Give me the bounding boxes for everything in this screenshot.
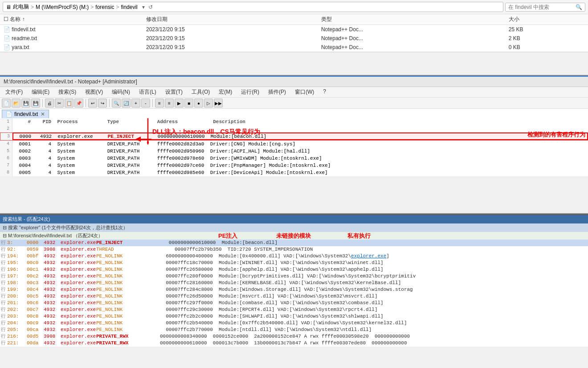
result-row[interactable]: 行 194: 00bf 4932 explorer.exe PE_NOLINK … [0, 253, 588, 260]
result-row[interactable]: 行 196: 00c1 4932 explorer.exe PE_NOLINK … [0, 266, 588, 273]
toolbar-new[interactable]: 📄 [2, 99, 11, 108]
toolbar-stop[interactable]: ■ [184, 99, 193, 108]
menu-item[interactable]: 语言(L) [137, 88, 158, 96]
toolbar-saveall[interactable]: 💾 [31, 99, 40, 108]
file-table-row[interactable]: 📄 yara.txt 2023/12/20 9:15 Notepad++ Doc… [0, 43, 588, 52]
menu-item[interactable]: 工具(O) [190, 88, 212, 96]
file-table-row[interactable]: 📄 readme.txt 2023/12/20 9:15 Notepad++ D… [0, 34, 588, 43]
menu-item[interactable]: 编辑(E) [30, 88, 51, 96]
toolbar-indent[interactable]: ≡ [155, 99, 164, 108]
code-line: 6 0003 4 System DRIVER_PATH ffffe0002d97… [0, 155, 588, 162]
file-icon: 📄 [4, 26, 10, 33]
result-num2: 00c8 [27, 313, 44, 320]
col-name[interactable]: ☐ 名称 ↑ [0, 14, 143, 25]
col-date[interactable]: 修改日期 [143, 14, 318, 25]
tree-expand-icon2[interactable]: ⊟ [3, 233, 7, 238]
result-row[interactable]: 行 197: 00c2 4932 explorer.exe PE_NOLINK … [0, 273, 588, 280]
result-row[interactable]: 行 203: 00c8 4932 explorer.exe PE_NOLINK … [0, 313, 588, 320]
result-row[interactable]: 行 198: 00c3 4932 explorer.exe PE_NOLINK … [0, 280, 588, 286]
checkbox-icon[interactable]: ☐ [4, 16, 8, 22]
breadcrumb-findevil[interactable]: findevil [121, 4, 137, 10]
toolbar-print[interactable]: 🖨 [45, 99, 54, 108]
col-size[interactable]: 大小 [505, 14, 588, 25]
search-icon[interactable]: 🔍 [576, 4, 582, 10]
line-number: 7 [0, 162, 12, 169]
result-row[interactable]: 行 199: 00c4 4932 explorer.exe PE_NOLINK … [0, 286, 588, 293]
main-layout: 🖥 此电脑 > M (\\MemProcFS) (M:) > forensic … [0, 0, 588, 368]
line-content: 0001 4 System DRIVER_PATH ffffe0002d82d3… [12, 141, 295, 148]
result-rest: 0000000000610000 Module:[beacon.dll] [145, 240, 587, 246]
breadcrumb-refresh[interactable]: ↺ [148, 4, 153, 10]
menu-item[interactable]: 运行(R) [239, 88, 261, 96]
toolbar-find[interactable]: 🔍 [112, 99, 121, 108]
result-row[interactable]: 行 200: 00c5 4932 explorer.exe PE_NOLINK … [0, 293, 588, 300]
toolbar-save[interactable]: 💾 [21, 99, 30, 108]
toolbar-cut[interactable]: ✂ [55, 99, 64, 108]
toolbar-zoomin[interactable]: + [131, 99, 140, 108]
toolbar-more[interactable]: ▶▶ [214, 99, 223, 108]
toolbar-indent2[interactable]: ≡ [165, 99, 174, 108]
result-process: explorer.exe [61, 273, 96, 280]
toolbar-copy[interactable]: 📋 [65, 99, 74, 108]
breadcrumb[interactable]: 🖥 此电脑 > M (\\MemProcFS) (M:) > forensic … [3, 2, 503, 12]
result-linenum: 197: [7, 273, 27, 280]
result-row[interactable]: 行 195: 00c0 4932 explorer.exe PE_NOLINK … [0, 260, 588, 266]
menu-item[interactable]: 文件(F) [4, 88, 24, 96]
result-row[interactable]: 行 3: 0000 4932 explorer.exe PE_INJECT 00… [0, 240, 588, 246]
search-input[interactable] [508, 4, 576, 10]
file-type-cell: Notepad++ Doc... [318, 25, 505, 34]
result-type: PE_NOLINK [96, 300, 145, 306]
col-type[interactable]: 类型 [318, 14, 505, 25]
menu-item[interactable]: 编码(N) [110, 88, 132, 96]
toolbar-play[interactable]: ▷ [204, 99, 213, 108]
menu-item[interactable]: 宏(M) [217, 88, 234, 96]
search-box[interactable]: 🔍 [505, 3, 585, 12]
result-type: PE_NOLINK [96, 280, 145, 286]
result-row[interactable]: 行 205: 00ca 4932 explorer.exe PE_NOLINK … [0, 327, 588, 333]
toolbar-rec[interactable]: ● [194, 99, 203, 108]
line-content: 0003 4 System DRIVER_PATH ffffe0002d978e… [12, 155, 322, 162]
breadcrumb-forensic[interactable]: forensic [95, 4, 114, 10]
menu-item[interactable]: 设置(T) [163, 88, 184, 96]
search-results-section: 搜索结果 - (匹配24次) ⊟ 搜索 "explorer" (1个文件中匹配到… [0, 214, 588, 368]
menu-item[interactable]: ? [321, 88, 328, 96]
toolbar-undo[interactable]: ↩ [88, 99, 97, 108]
toolbar-sep1 [42, 99, 43, 107]
menu-item[interactable]: 窗口(W) [293, 88, 316, 96]
breadcrumb-dropdown[interactable]: ▾ [142, 4, 145, 10]
toolbar-paste[interactable]: 📌 [74, 99, 83, 108]
tab-close-button[interactable]: ✕ [41, 111, 45, 117]
result-row[interactable]: 行 204: 00c9 4932 explorer.exe PE_NOLINK … [0, 320, 588, 327]
line-content: 0002 4 System DRIVER_PATH ffffe0002d9509… [12, 148, 310, 155]
result-rest: 00007ffc280f0000 Module:[bcryptPrimitive… [145, 273, 587, 280]
result-linenum: 194: [7, 253, 27, 260]
result-row[interactable]: 行 221: 00da 4932 explorer.exe PRIVATE_RW… [0, 340, 588, 347]
notepad-tab[interactable]: 📄 findevil.txt ✕ [2, 110, 49, 118]
toolbar-replace[interactable]: 🔄 [122, 99, 131, 108]
breadcrumb-m[interactable]: M (\\MemProcFS) (M:) [36, 4, 89, 10]
line-content: 0004 4 System DRIVER_PATH ffffe0002d97ce… [12, 162, 331, 169]
result-type: PE_NOLINK [96, 260, 145, 266]
toolbar-zoomout[interactable]: - [141, 99, 150, 108]
result-row[interactable]: 行 202: 00c7 4932 explorer.exe PE_NOLINK … [0, 306, 588, 313]
menu-item[interactable]: 搜索(S) [57, 88, 78, 96]
result-row[interactable]: 行 92: 0059 3908 explorer.exe THREAD 0000… [0, 246, 588, 253]
tree-expand-icon[interactable]: ⊟ [3, 225, 7, 230]
result-process: explorer.exe [61, 327, 96, 333]
toolbar-run[interactable]: ▶ [175, 99, 184, 108]
result-rest: 00007ffc29c30000 Module:[RPCRT4.dll] VAD… [145, 306, 587, 313]
result-row[interactable]: 行 216: 00d5 3908 explorer.exe PRIVATE_RW… [0, 333, 588, 340]
menu-item[interactable]: 视图(V) [83, 88, 105, 96]
result-num2: 00da [27, 340, 44, 347]
breadcrumb-pc[interactable]: 此电脑 [13, 3, 29, 11]
result-prefix: 行 [1, 340, 7, 347]
file-table-row[interactable]: 📄 findevil.txt 2023/12/20 9:15 Notepad++… [0, 25, 588, 34]
result-row[interactable]: 行 201: 00c6 4932 explorer.exe PE_NOLINK … [0, 300, 588, 306]
result-type: PE_NOLINK [96, 327, 145, 333]
toolbar-redo[interactable]: ↪ [98, 99, 107, 108]
menu-item[interactable]: 插件(P) [266, 88, 288, 96]
search-results-subheader: ⊟ 搜索 "explorer" (1个文件中匹配到24次，总计查找1次） [0, 223, 588, 232]
result-prefix: 行 [1, 306, 7, 313]
toolbar-open[interactable]: 📂 [12, 99, 20, 108]
result-type: PRIVATE_RWX [96, 340, 145, 347]
